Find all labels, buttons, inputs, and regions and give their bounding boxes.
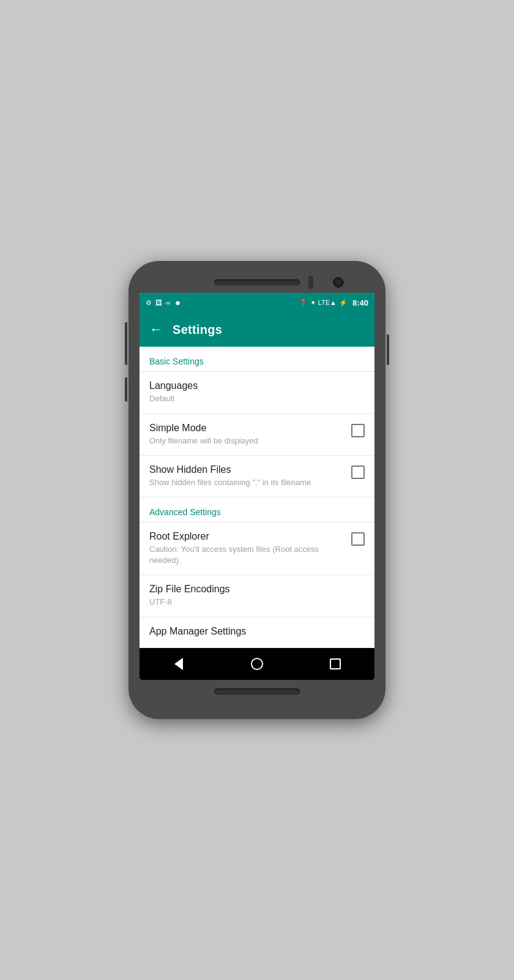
- nav-back-button[interactable]: [166, 652, 191, 676]
- hidden-files-text: Show Hidden Files Show hidden files cont…: [149, 464, 344, 488]
- home-circle-icon: [251, 658, 263, 670]
- settings-item-root-explorer[interactable]: Root Explorer Caution: You'll access sys…: [140, 522, 374, 575]
- signal-indicator: LTE▲: [318, 299, 337, 306]
- simple-mode-checkbox[interactable]: [351, 424, 365, 437]
- app-manager-title: App Manager Settings: [149, 626, 365, 637]
- bluetooth-icon: ✦: [310, 299, 316, 307]
- speaker-top: [214, 279, 300, 285]
- phone-frame: ⚙ 🖼 ∞ ☻ 📍 ✦ LTE▲ ⚡ 8:40 ← Settings Basic…: [128, 261, 386, 718]
- root-explorer-checkbox[interactable]: [351, 532, 365, 546]
- status-right-icons: 📍 ✦ LTE▲ ⚡ 8:40: [299, 298, 368, 307]
- front-camera: [333, 277, 344, 288]
- hidden-files-subtitle: Show hidden files containing "." in its …: [149, 477, 344, 488]
- nav-home-button[interactable]: [245, 652, 269, 676]
- zip-encodings-title: Zip File Encodings: [149, 584, 365, 595]
- status-left-icons: ⚙ 🖼 ∞ ☻: [146, 299, 181, 307]
- location-icon: 📍: [299, 299, 308, 307]
- nav-bar: [140, 648, 374, 680]
- status-icon-2: 🖼: [155, 299, 162, 306]
- settings-item-languages[interactable]: Languages Default: [140, 372, 374, 413]
- status-bar: ⚙ 🖼 ∞ ☻ 📍 ✦ LTE▲ ⚡ 8:40: [140, 293, 374, 312]
- settings-content: Basic Settings Languages Default Simple …: [140, 347, 374, 647]
- sensor: [308, 276, 313, 289]
- status-icon-4: ☻: [174, 299, 182, 306]
- phone-top: [140, 279, 374, 285]
- simple-mode-text: Simple Mode Only filename will be displa…: [149, 423, 344, 447]
- hidden-files-checkbox[interactable]: [351, 466, 365, 479]
- phone-screen: ⚙ 🖼 ∞ ☻ 📍 ✦ LTE▲ ⚡ 8:40 ← Settings Basic…: [140, 293, 374, 679]
- app-title: Settings: [173, 323, 222, 337]
- zip-encodings-subtitle: UTF-8: [149, 597, 365, 608]
- root-explorer-title: Root Explorer: [149, 531, 344, 542]
- simple-mode-title: Simple Mode: [149, 423, 344, 434]
- zip-encodings-text: Zip File Encodings UTF-8: [149, 584, 365, 608]
- battery-icon: ⚡: [339, 299, 348, 307]
- languages-subtitle: Default: [149, 393, 365, 404]
- power-button[interactable]: [387, 334, 389, 365]
- settings-item-simple-mode[interactable]: Simple Mode Only filename will be displa…: [140, 414, 374, 456]
- status-icon-3: ∞: [166, 299, 171, 306]
- phone-bottom: [140, 688, 374, 695]
- volume-button[interactable]: [125, 322, 127, 365]
- app-bar: ← Settings: [140, 312, 374, 347]
- languages-title: Languages: [149, 380, 365, 391]
- root-explorer-subtitle: Caution: You'll access system files (Roo…: [149, 544, 344, 566]
- languages-text: Languages Default: [149, 380, 365, 404]
- settings-item-hidden-files[interactable]: Show Hidden Files Show hidden files cont…: [140, 456, 374, 497]
- status-time: 8:40: [352, 298, 368, 307]
- section-basic-settings: Basic Settings: [140, 347, 374, 372]
- settings-item-zip-encodings[interactable]: Zip File Encodings UTF-8: [140, 575, 374, 617]
- app-manager-text: App Manager Settings: [149, 626, 365, 639]
- nav-recents-button[interactable]: [323, 652, 348, 676]
- back-button[interactable]: ←: [149, 322, 163, 337]
- root-explorer-text: Root Explorer Caution: You'll access sys…: [149, 531, 344, 566]
- camera-button[interactable]: [125, 377, 127, 402]
- settings-item-app-manager[interactable]: App Manager Settings: [140, 617, 374, 648]
- hidden-files-title: Show Hidden Files: [149, 464, 344, 475]
- recents-square-icon: [330, 658, 341, 669]
- speaker-bottom: [214, 688, 300, 695]
- simple-mode-subtitle: Only filename will be displayed: [149, 435, 344, 447]
- back-triangle-icon: [174, 658, 183, 670]
- status-icon-1: ⚙: [146, 299, 152, 307]
- section-advanced-settings: Advanced Settings: [140, 497, 374, 522]
